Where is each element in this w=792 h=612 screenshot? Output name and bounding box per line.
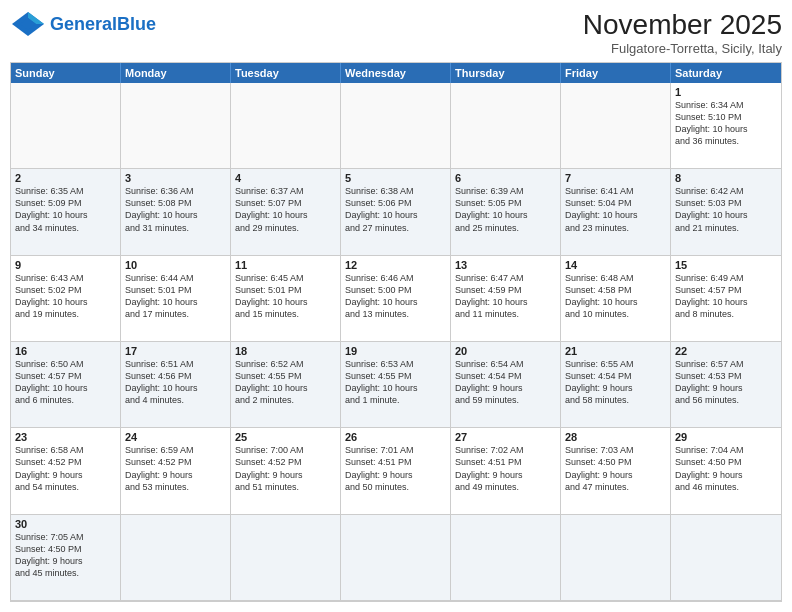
calendar-cell: 19Sunrise: 6:53 AM Sunset: 4:55 PM Dayli… (341, 342, 451, 428)
cell-info: Sunrise: 6:42 AM Sunset: 5:03 PM Dayligh… (675, 185, 777, 234)
calendar-cell: 14Sunrise: 6:48 AM Sunset: 4:58 PM Dayli… (561, 256, 671, 342)
cell-info: Sunrise: 6:36 AM Sunset: 5:08 PM Dayligh… (125, 185, 226, 234)
cell-day-number: 4 (235, 172, 336, 184)
cell-info: Sunrise: 7:05 AM Sunset: 4:50 PM Dayligh… (15, 531, 116, 580)
cell-info: Sunrise: 6:34 AM Sunset: 5:10 PM Dayligh… (675, 99, 777, 148)
calendar-cell: 2Sunrise: 6:35 AM Sunset: 5:09 PM Daylig… (11, 169, 121, 255)
cell-day-number: 15 (675, 259, 777, 271)
cell-day-number: 3 (125, 172, 226, 184)
calendar-cell: 1Sunrise: 6:34 AM Sunset: 5:10 PM Daylig… (671, 83, 781, 169)
day-header: Sunday (11, 63, 121, 83)
cell-info: Sunrise: 6:46 AM Sunset: 5:00 PM Dayligh… (345, 272, 446, 321)
cell-day-number: 8 (675, 172, 777, 184)
calendar-cell (341, 83, 451, 169)
calendar-cell: 7Sunrise: 6:41 AM Sunset: 5:04 PM Daylig… (561, 169, 671, 255)
cell-info: Sunrise: 7:01 AM Sunset: 4:51 PM Dayligh… (345, 444, 446, 493)
calendar-cell: 28Sunrise: 7:03 AM Sunset: 4:50 PM Dayli… (561, 428, 671, 514)
cell-info: Sunrise: 7:03 AM Sunset: 4:50 PM Dayligh… (565, 444, 666, 493)
calendar-cell: 15Sunrise: 6:49 AM Sunset: 4:57 PM Dayli… (671, 256, 781, 342)
cell-day-number: 7 (565, 172, 666, 184)
cell-info: Sunrise: 6:43 AM Sunset: 5:02 PM Dayligh… (15, 272, 116, 321)
title-block: November 2025 Fulgatore-Torretta, Sicily… (583, 10, 782, 56)
calendar-cell: 3Sunrise: 6:36 AM Sunset: 5:08 PM Daylig… (121, 169, 231, 255)
calendar-cell: 21Sunrise: 6:55 AM Sunset: 4:54 PM Dayli… (561, 342, 671, 428)
calendar-cell (451, 83, 561, 169)
cell-info: Sunrise: 6:47 AM Sunset: 4:59 PM Dayligh… (455, 272, 556, 321)
calendar-cell: 20Sunrise: 6:54 AM Sunset: 4:54 PM Dayli… (451, 342, 561, 428)
calendar-cell (341, 515, 451, 601)
cell-day-number: 20 (455, 345, 556, 357)
cell-day-number: 16 (15, 345, 116, 357)
cell-day-number: 19 (345, 345, 446, 357)
day-headers: SundayMondayTuesdayWednesdayThursdayFrid… (11, 63, 781, 83)
cell-info: Sunrise: 6:53 AM Sunset: 4:55 PM Dayligh… (345, 358, 446, 407)
cell-day-number: 23 (15, 431, 116, 443)
calendar-cell: 5Sunrise: 6:38 AM Sunset: 5:06 PM Daylig… (341, 169, 451, 255)
calendar-cell (11, 83, 121, 169)
cell-info: Sunrise: 6:41 AM Sunset: 5:04 PM Dayligh… (565, 185, 666, 234)
calendar-cell: 27Sunrise: 7:02 AM Sunset: 4:51 PM Dayli… (451, 428, 561, 514)
cell-day-number: 29 (675, 431, 777, 443)
cell-day-number: 17 (125, 345, 226, 357)
cell-info: Sunrise: 6:39 AM Sunset: 5:05 PM Dayligh… (455, 185, 556, 234)
calendar-cell: 18Sunrise: 6:52 AM Sunset: 4:55 PM Dayli… (231, 342, 341, 428)
cell-info: Sunrise: 6:59 AM Sunset: 4:52 PM Dayligh… (125, 444, 226, 493)
cell-day-number: 30 (15, 518, 116, 530)
calendar-cell: 10Sunrise: 6:44 AM Sunset: 5:01 PM Dayli… (121, 256, 231, 342)
cell-day-number: 6 (455, 172, 556, 184)
day-header: Thursday (451, 63, 561, 83)
logo: GeneralBlue (10, 10, 156, 38)
calendar-cell: 17Sunrise: 6:51 AM Sunset: 4:56 PM Dayli… (121, 342, 231, 428)
cell-info: Sunrise: 6:45 AM Sunset: 5:01 PM Dayligh… (235, 272, 336, 321)
calendar-cell: 11Sunrise: 6:45 AM Sunset: 5:01 PM Dayli… (231, 256, 341, 342)
calendar-cell: 23Sunrise: 6:58 AM Sunset: 4:52 PM Dayli… (11, 428, 121, 514)
month-title: November 2025 (583, 10, 782, 41)
calendar-cell: 29Sunrise: 7:04 AM Sunset: 4:50 PM Dayli… (671, 428, 781, 514)
cell-info: Sunrise: 7:00 AM Sunset: 4:52 PM Dayligh… (235, 444, 336, 493)
cell-day-number: 13 (455, 259, 556, 271)
calendar-cell: 13Sunrise: 6:47 AM Sunset: 4:59 PM Dayli… (451, 256, 561, 342)
calendar-cell: 26Sunrise: 7:01 AM Sunset: 4:51 PM Dayli… (341, 428, 451, 514)
logo-text: GeneralBlue (50, 14, 156, 35)
cell-info: Sunrise: 6:48 AM Sunset: 4:58 PM Dayligh… (565, 272, 666, 321)
cell-day-number: 5 (345, 172, 446, 184)
calendar-cell: 16Sunrise: 6:50 AM Sunset: 4:57 PM Dayli… (11, 342, 121, 428)
calendar-cell: 30Sunrise: 7:05 AM Sunset: 4:50 PM Dayli… (11, 515, 121, 601)
calendar: SundayMondayTuesdayWednesdayThursdayFrid… (10, 62, 782, 602)
cell-day-number: 18 (235, 345, 336, 357)
day-header: Friday (561, 63, 671, 83)
calendar-cell (451, 515, 561, 601)
calendar-cell: 25Sunrise: 7:00 AM Sunset: 4:52 PM Dayli… (231, 428, 341, 514)
cell-day-number: 25 (235, 431, 336, 443)
calendar-cell (231, 515, 341, 601)
calendar-cell: 8Sunrise: 6:42 AM Sunset: 5:03 PM Daylig… (671, 169, 781, 255)
calendar-cell (121, 83, 231, 169)
calendar-cell (561, 83, 671, 169)
cell-info: Sunrise: 6:50 AM Sunset: 4:57 PM Dayligh… (15, 358, 116, 407)
page: GeneralBlue November 2025 Fulgatore-Torr… (0, 0, 792, 612)
cell-info: Sunrise: 6:57 AM Sunset: 4:53 PM Dayligh… (675, 358, 777, 407)
calendar-cell: 6Sunrise: 6:39 AM Sunset: 5:05 PM Daylig… (451, 169, 561, 255)
location: Fulgatore-Torretta, Sicily, Italy (583, 41, 782, 56)
day-header: Tuesday (231, 63, 341, 83)
cell-info: Sunrise: 7:04 AM Sunset: 4:50 PM Dayligh… (675, 444, 777, 493)
cell-day-number: 24 (125, 431, 226, 443)
calendar-cell: 12Sunrise: 6:46 AM Sunset: 5:00 PM Dayli… (341, 256, 451, 342)
cell-day-number: 28 (565, 431, 666, 443)
cell-info: Sunrise: 6:52 AM Sunset: 4:55 PM Dayligh… (235, 358, 336, 407)
cell-day-number: 22 (675, 345, 777, 357)
cell-day-number: 9 (15, 259, 116, 271)
cell-info: Sunrise: 6:51 AM Sunset: 4:56 PM Dayligh… (125, 358, 226, 407)
cell-info: Sunrise: 7:02 AM Sunset: 4:51 PM Dayligh… (455, 444, 556, 493)
cell-day-number: 12 (345, 259, 446, 271)
cell-info: Sunrise: 6:44 AM Sunset: 5:01 PM Dayligh… (125, 272, 226, 321)
calendar-cell: 4Sunrise: 6:37 AM Sunset: 5:07 PM Daylig… (231, 169, 341, 255)
cell-info: Sunrise: 6:35 AM Sunset: 5:09 PM Dayligh… (15, 185, 116, 234)
day-header: Monday (121, 63, 231, 83)
calendar-grid: 1Sunrise: 6:34 AM Sunset: 5:10 PM Daylig… (11, 83, 781, 601)
header: GeneralBlue November 2025 Fulgatore-Torr… (10, 10, 782, 56)
day-header: Saturday (671, 63, 781, 83)
calendar-cell: 9Sunrise: 6:43 AM Sunset: 5:02 PM Daylig… (11, 256, 121, 342)
calendar-cell: 24Sunrise: 6:59 AM Sunset: 4:52 PM Dayli… (121, 428, 231, 514)
cell-day-number: 2 (15, 172, 116, 184)
